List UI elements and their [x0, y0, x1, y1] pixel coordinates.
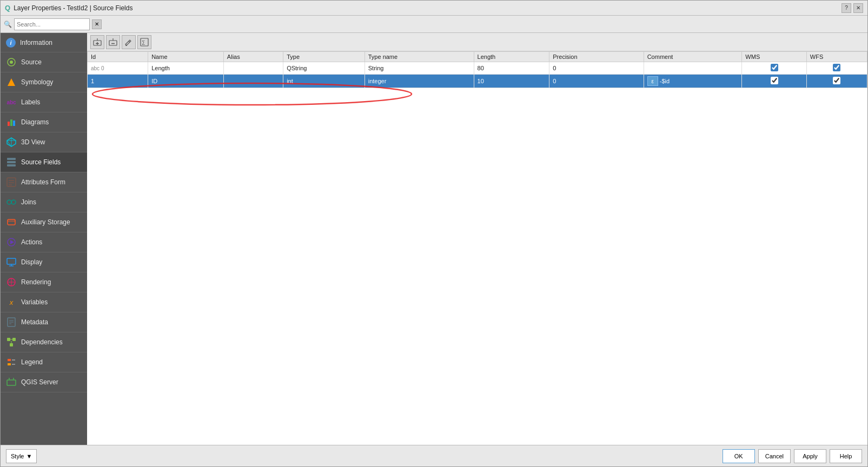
cell-id-0: abc 0 — [88, 62, 148, 75]
sidebar-item-source[interactable]: Source — [1, 52, 87, 72]
svg-text:∑: ∑ — [142, 39, 145, 45]
search-area: 🔍 ✕ — [4, 18, 102, 30]
svg-rect-36 — [8, 359, 11, 361]
wms-checkbox-0[interactable] — [771, 64, 778, 71]
search-input[interactable] — [14, 18, 90, 30]
sidebar-item-dependencies[interactable]: Dependencies — [1, 332, 87, 352]
col-type: Type — [283, 52, 365, 62]
help-button[interactable]: ? — [842, 3, 851, 13]
sidebar-label-joins: Joins — [21, 198, 36, 206]
svg-rect-8 — [7, 158, 16, 160]
legend-icon — [6, 357, 17, 368]
ok-button[interactable]: OK — [723, 449, 755, 463]
sidebar-item-metadata[interactable]: Metadata — [1, 312, 87, 332]
fields-table: Id Name Alias Type Type name Length Prec… — [87, 51, 867, 88]
sidebar-item-information[interactable]: i Information — [1, 33, 87, 52]
wms-checkbox-1[interactable] — [771, 77, 778, 84]
delete-field-button[interactable] — [106, 35, 120, 49]
sidebar-item-symbology[interactable]: Symbology — [1, 72, 87, 92]
wfs-checkbox-0[interactable] — [833, 64, 840, 71]
add-field-button[interactable] — [90, 35, 104, 49]
sidebar-label-legend: Legend — [21, 358, 43, 366]
sidebar-item-labels[interactable]: abc Labels — [1, 92, 87, 112]
table-row[interactable]: abc 0 Length QString String 80 0 — [88, 62, 867, 75]
svg-marker-20 — [10, 240, 14, 244]
sidebar-label-source: Source — [21, 58, 42, 66]
sidebar-label-information: Information — [20, 39, 52, 46]
information-icon: i — [6, 38, 16, 48]
title-bar-left: Q Layer Properties - TestId2 | Source Fi… — [5, 4, 132, 12]
table-container: Id Name Alias Type Type name Length Prec… — [87, 51, 867, 88]
source-icon — [6, 57, 17, 68]
sidebar-label-3dview: 3D View — [21, 138, 45, 146]
svg-rect-10 — [7, 164, 16, 166]
svg-point-15 — [7, 200, 11, 204]
app-icon: Q — [5, 4, 10, 12]
cell-length-1: 10 — [474, 75, 549, 88]
svg-rect-5 — [13, 121, 15, 126]
search-clear-button[interactable]: ✕ — [92, 19, 102, 29]
edit-mode-button[interactable] — [122, 35, 136, 49]
sidebar-label-labels: Labels — [21, 98, 40, 106]
title-bar: Q Layer Properties - TestId2 | Source Fi… — [1, 1, 867, 16]
sidebar-item-auxiliarystorage[interactable]: Auxiliary Storage — [1, 212, 87, 232]
joins-icon — [6, 197, 17, 208]
col-length: Length — [474, 52, 549, 62]
svg-rect-21 — [7, 258, 16, 264]
sidebar-item-actions[interactable]: Actions — [1, 232, 87, 252]
sidebar-item-3dview[interactable]: 3D View — [1, 132, 87, 152]
apply-button[interactable]: Apply — [794, 449, 826, 463]
cancel-button[interactable]: Cancel — [758, 449, 791, 463]
close-button[interactable]: ✕ — [853, 3, 863, 13]
symbology-icon — [6, 77, 17, 88]
cell-name-0: Length — [148, 62, 224, 75]
sidebar-item-attributesform[interactable]: Attributes Form — [1, 172, 87, 192]
cell-wms-0[interactable] — [742, 62, 806, 75]
col-typename: Type name — [365, 52, 474, 62]
sidebar-item-joins[interactable]: Joins — [1, 192, 87, 212]
sidebar-label-qgisserver: QGIS Server — [21, 378, 58, 386]
sidebar-label-symbology: Symbology — [21, 78, 53, 86]
comment-text-1: -$id — [660, 78, 670, 84]
field-calculator-button[interactable]: ∑ — [137, 35, 151, 49]
col-id: Id — [88, 52, 148, 62]
display-icon — [6, 257, 17, 268]
cell-typename-1: integer — [365, 75, 474, 88]
rendering-icon — [6, 277, 17, 288]
help-dialog-button[interactable]: Help — [830, 449, 862, 463]
sidebar-item-legend[interactable]: Legend — [1, 352, 87, 372]
style-button[interactable]: Style ▼ — [6, 449, 37, 463]
sidebar-item-diagrams[interactable]: Diagrams — [1, 112, 87, 132]
cell-precision-1: 0 — [549, 75, 644, 88]
cell-wms-1[interactable] — [742, 75, 806, 88]
sidebar-label-variables: Variables — [21, 298, 48, 306]
sidebar-item-qgisserver[interactable]: QGIS Server — [1, 372, 87, 392]
sidebar-item-variables[interactable]: x Variables — [1, 292, 87, 312]
sidebar-item-rendering[interactable]: Rendering — [1, 272, 87, 292]
svg-rect-9 — [7, 161, 16, 163]
diagrams-icon — [6, 117, 17, 128]
sidebar-label-attributesform: Attributes Form — [21, 178, 65, 186]
cell-comment-0 — [644, 62, 742, 75]
col-alias: Alias — [223, 52, 283, 62]
wfs-checkbox-1[interactable] — [833, 77, 840, 84]
edit-comment-button[interactable]: ε — [647, 76, 658, 86]
cell-wfs-1[interactable] — [806, 75, 867, 88]
table-row[interactable]: 1 ID int integer 10 0 ε -$id — [88, 75, 867, 88]
svg-rect-33 — [10, 343, 13, 346]
cell-id-1: 1 — [88, 75, 148, 88]
sidebar-label-sourcefields: Source Fields — [21, 158, 61, 166]
svg-rect-17 — [8, 219, 15, 225]
sidebar: i Information Source Symbology abc Label… — [1, 33, 87, 445]
sidebar-item-sourcefields[interactable]: Source Fields — [1, 152, 87, 172]
sourcefields-icon — [6, 157, 17, 168]
svg-rect-47 — [109, 41, 117, 45]
sidebar-item-display[interactable]: Display — [1, 252, 87, 272]
auxiliarystorage-icon — [6, 217, 17, 228]
svg-rect-3 — [8, 122, 10, 126]
svg-point-16 — [11, 200, 16, 204]
cell-wfs-0[interactable] — [806, 62, 867, 75]
panel-content: Id Name Alias Type Type name Length Prec… — [87, 51, 867, 445]
main-window: Q Layer Properties - TestId2 | Source Fi… — [0, 0, 868, 467]
cell-type-0: QString — [283, 62, 365, 75]
